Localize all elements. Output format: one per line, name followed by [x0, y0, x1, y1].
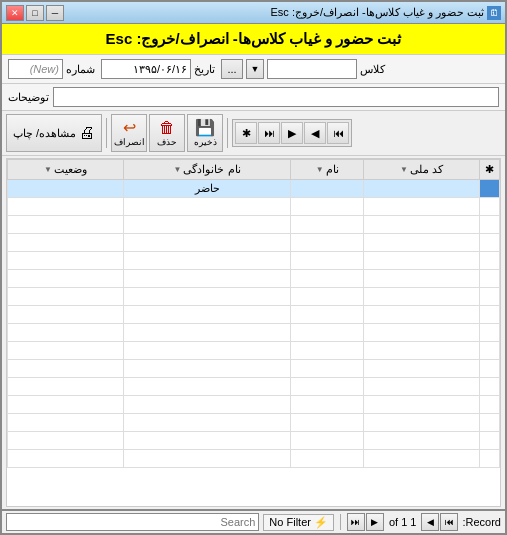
- status-prev-button[interactable]: ◀: [421, 513, 439, 531]
- c4: [8, 252, 124, 270]
- c3: [123, 396, 290, 414]
- table-row[interactable]: حاضر: [8, 180, 500, 198]
- row-ind: [480, 270, 500, 288]
- status-first-button[interactable]: ⏮: [440, 513, 458, 531]
- view-print-label: مشاهده/ چاپ: [13, 127, 76, 140]
- table-row: [8, 396, 500, 414]
- c2: [291, 216, 364, 234]
- c3: [123, 198, 290, 216]
- row-ind: [480, 198, 500, 216]
- col-nam-khanavadegi-filter-icon[interactable]: ▼: [174, 165, 182, 174]
- nav-prev-button[interactable]: ◀: [304, 122, 326, 144]
- table-row: [8, 360, 500, 378]
- c1: [364, 342, 480, 360]
- c3: [123, 450, 290, 468]
- no-filter-label: No Filter: [269, 516, 311, 528]
- table-row: [8, 450, 500, 468]
- table-row: [8, 342, 500, 360]
- c4: [8, 342, 124, 360]
- cell-nam[interactable]: [291, 180, 364, 198]
- view-print-button[interactable]: 🖨 مشاهده/ چاپ: [6, 114, 102, 152]
- table-row: [8, 252, 500, 270]
- c4: [8, 432, 124, 450]
- zakhire-button[interactable]: 💾 ذخیره: [187, 114, 223, 152]
- col-kod-meli-label: کد ملی: [410, 163, 443, 176]
- cell-kod-meli[interactable]: [364, 180, 480, 198]
- c3: [123, 216, 290, 234]
- shomare-label: شماره: [66, 63, 95, 76]
- table-row: [8, 234, 500, 252]
- nav-last-button[interactable]: ⏭: [258, 122, 280, 144]
- ensaraf-button[interactable]: ↩ انصراف: [111, 114, 147, 152]
- row-ind: [480, 324, 500, 342]
- col-vaziat[interactable]: وضعیت ▼: [8, 160, 124, 180]
- table-row: [8, 270, 500, 288]
- nav-first-button[interactable]: ⏮: [327, 122, 349, 144]
- ensaraf-icon: ↩: [123, 120, 136, 136]
- col-nam-label: نام: [326, 163, 339, 176]
- c2: [291, 306, 364, 324]
- table-row: [8, 288, 500, 306]
- minimize-button[interactable]: ─: [46, 5, 64, 21]
- col-kod-meli-filter-icon[interactable]: ▼: [400, 165, 408, 174]
- tarikh-input[interactable]: [101, 59, 191, 79]
- kelas-group: کلاس ▼ ...: [221, 59, 385, 79]
- c2: [291, 450, 364, 468]
- maximize-button[interactable]: □: [26, 5, 44, 21]
- c3: [123, 288, 290, 306]
- row-ind: [480, 450, 500, 468]
- cell-vaziat[interactable]: [8, 180, 124, 198]
- kelas-input[interactable]: [267, 59, 357, 79]
- hazf-button[interactable]: 🗑 حذف: [149, 114, 185, 152]
- c3: [123, 360, 290, 378]
- c1: [364, 306, 480, 324]
- col-vaziat-filter-icon[interactable]: ▼: [44, 165, 52, 174]
- shomare-group: شماره: [8, 59, 95, 79]
- hazf-label: حذف: [157, 137, 177, 147]
- c2: [291, 288, 364, 306]
- kelas-dots-button[interactable]: ...: [221, 59, 243, 79]
- col-nam-khanavadegi[interactable]: نام خانوادگی ▼: [123, 160, 290, 180]
- c4: [8, 396, 124, 414]
- c2: [291, 414, 364, 432]
- nav-next-button[interactable]: ▶: [281, 122, 303, 144]
- tozihat-row: توضیحات: [2, 84, 505, 111]
- col-kod-meli[interactable]: کد ملی ▼: [364, 160, 480, 180]
- printer-icon: 🖨: [79, 124, 95, 142]
- c3: [123, 252, 290, 270]
- tozihat-input[interactable]: [53, 87, 499, 107]
- c1: [364, 234, 480, 252]
- c2: [291, 360, 364, 378]
- col-nam-filter-icon[interactable]: ▼: [316, 165, 324, 174]
- c1: [364, 360, 480, 378]
- c3: [123, 414, 290, 432]
- c4: [8, 306, 124, 324]
- close-button[interactable]: ✕: [6, 5, 24, 21]
- row-ind: [480, 216, 500, 234]
- c1: [364, 288, 480, 306]
- col-nam[interactable]: نام ▼: [291, 160, 364, 180]
- cell-nam-khanavadegi[interactable]: حاضر: [123, 180, 290, 198]
- title-bar: 🗓 ثبت حضور و غیاب کلاس‌ها- انصراف/خروج: …: [2, 2, 505, 24]
- c3: [123, 324, 290, 342]
- c3: [123, 306, 290, 324]
- kelas-dropdown-button[interactable]: ▼: [246, 59, 264, 79]
- main-window: 🗓 ثبت حضور و غیاب کلاس‌ها- انصراف/خروج: …: [0, 0, 507, 535]
- c2: [291, 342, 364, 360]
- c4: [8, 324, 124, 342]
- status-last-button[interactable]: ⏭: [347, 513, 365, 531]
- c4: [8, 216, 124, 234]
- row-ind: [480, 234, 500, 252]
- c2: [291, 324, 364, 342]
- no-filter-button[interactable]: ⚡ No Filter: [263, 514, 334, 531]
- row-indicator: [480, 180, 500, 198]
- shomare-input[interactable]: [8, 59, 63, 79]
- c1: [364, 216, 480, 234]
- search-input[interactable]: [6, 513, 259, 531]
- nav-new-button[interactable]: ✱: [235, 122, 257, 144]
- c1: [364, 198, 480, 216]
- row-ind: [480, 306, 500, 324]
- c4: [8, 378, 124, 396]
- status-next-button[interactable]: ▶: [366, 513, 384, 531]
- table-row: [8, 306, 500, 324]
